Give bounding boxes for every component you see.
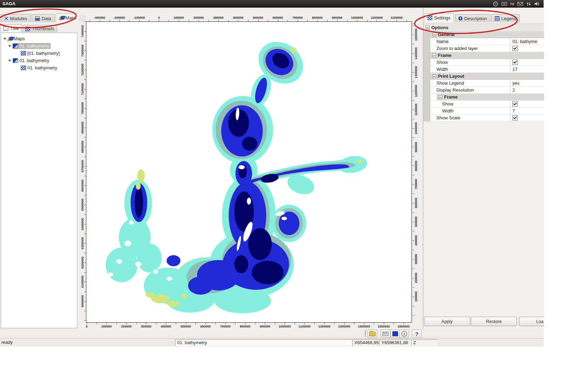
collapse-icon[interactable] <box>432 33 436 36</box>
property-group-general[interactable]: General <box>423 31 544 38</box>
collapse-icon[interactable] <box>432 53 436 57</box>
property-value[interactable]: yes <box>510 80 544 87</box>
checkbox[interactable] <box>512 115 518 120</box>
property-row-name[interactable]: Name 01. bathyme <box>423 38 544 45</box>
indicator-icon[interactable] <box>493 1 498 7</box>
ruler-label: 200000 <box>121 325 131 328</box>
keyboard-layout-label[interactable]: ru <box>510 1 514 6</box>
ruler-label: -100000 <box>133 16 145 19</box>
ruler-top: -300000-200000-1000000100000200000300000… <box>86 15 412 22</box>
mail-icon[interactable] <box>517 2 523 6</box>
property-value[interactable]: 01. bathyme <box>510 38 544 45</box>
property-group-print-layout[interactable]: Print Layout <box>423 73 544 80</box>
tab-maps[interactable]: Maps <box>56 13 80 22</box>
ruler-label: 6400000 <box>81 218 84 230</box>
collapse-icon[interactable] <box>439 95 442 99</box>
tab-legend[interactable]: Legend <box>491 14 520 22</box>
property-label: Name <box>430 38 510 45</box>
tree-item-map-2[interactable]: 01. bathymetry <box>1 57 77 64</box>
property-row-frame-width[interactable]: Width 17 <box>423 66 544 73</box>
property-value[interactable] <box>510 59 544 66</box>
group-label: Print Layout <box>438 74 464 79</box>
property-row-display-resolution[interactable]: Display Resolution 2 <box>423 87 544 94</box>
map-canvas[interactable] <box>86 22 412 323</box>
property-group-frame[interactable]: Frame <box>423 52 544 59</box>
tree-item-layer-1[interactable]: [01. bathymetry] <box>1 50 77 57</box>
ruler-label: 1200000 <box>414 85 418 97</box>
status-x-field: X654468,950 <box>352 339 379 346</box>
property-row-show-legend[interactable]: Show Legend yes <box>423 80 544 87</box>
property-row-frame-show[interactable]: Show <box>423 59 544 66</box>
ruler-label: 1100000 <box>371 16 383 19</box>
ruler-label: 7400000 <box>81 25 84 37</box>
tree-item-map-1[interactable]: 01. bathymetry <box>1 42 77 50</box>
map-icon <box>13 58 18 63</box>
maps-tree: Maps 01. bathymetry [01. bathymetry] 01.… <box>1 33 77 328</box>
help-button[interactable]: ? <box>412 330 422 338</box>
expander-icon[interactable] <box>3 38 6 40</box>
property-value[interactable]: 17 <box>510 66 544 73</box>
checkbox[interactable] <box>512 60 518 65</box>
tab-modules[interactable]: Modules <box>1 14 31 22</box>
ruler-label: 1400000 <box>358 325 370 328</box>
restore-button[interactable]: Restore <box>471 317 517 326</box>
load-button[interactable]: Loa <box>519 317 544 326</box>
tab-data[interactable]: Data <box>32 14 54 22</box>
apply-button[interactable]: Apply <box>424 317 470 326</box>
tab-label: Thumbnails <box>32 26 54 31</box>
property-row-print-frame-show[interactable]: Show <box>423 101 544 108</box>
property-value[interactable] <box>510 114 544 121</box>
ruler-left: 7400000730000072000007100000700000069000… <box>79 22 86 323</box>
options-header[interactable]: Options <box>423 24 544 31</box>
ruler-label: 600000 <box>414 198 418 208</box>
ruler-label: 1100000 <box>414 103 418 116</box>
tab-description[interactable]: Description <box>455 14 490 22</box>
open-button[interactable] <box>368 330 377 338</box>
property-value[interactable] <box>510 45 544 52</box>
ruler-label: 6000000 <box>81 295 84 307</box>
monitor-button[interactable] <box>390 330 400 338</box>
legend-icon <box>495 16 500 21</box>
property-value[interactable]: 7 <box>510 108 544 114</box>
checkbox[interactable] <box>512 101 518 107</box>
tab-thumbnails[interactable]: Thumbnails <box>23 25 57 32</box>
ruler-label: 1300000 <box>338 325 350 328</box>
property-row-print-frame-width[interactable]: Width 7 <box>423 108 544 114</box>
ruler-label: 300000 <box>414 254 418 264</box>
tab-tree[interactable]: Tree <box>1 24 21 32</box>
ruler-label: 1200000 <box>390 16 403 19</box>
tab-settings[interactable]: Settings <box>424 13 454 22</box>
property-label: Display Resolution <box>430 87 510 94</box>
expander-icon[interactable] <box>8 60 11 62</box>
keyboard-button[interactable] <box>381 330 390 338</box>
tree-icon <box>3 26 8 31</box>
ruler-label: 6500000 <box>81 199 84 211</box>
property-value[interactable]: 2 <box>510 87 544 94</box>
checkbox[interactable] <box>512 46 518 51</box>
sync-arrows-icon[interactable] <box>526 1 531 7</box>
tab-label: Legend <box>501 16 516 21</box>
tab-label: Maps <box>66 15 77 20</box>
property-row-zoom-to-added-layer[interactable]: Zoom to added layer <box>423 45 544 52</box>
property-value[interactable] <box>510 101 544 108</box>
thumbnails-icon <box>25 27 30 31</box>
map-toolbar: i ? <box>0 329 544 338</box>
status-layer-field: 01. bathymetry <box>175 339 352 346</box>
tree-item-layer-2[interactable]: 01. bathymetry <box>1 64 77 71</box>
toolbar-grip[interactable] <box>365 330 366 337</box>
expander-icon[interactable] <box>8 45 11 47</box>
keyboard-icon <box>382 332 389 336</box>
status-z-field: Z <box>411 339 438 346</box>
ruler-label: 6100000 <box>81 276 84 288</box>
monitor-icon <box>392 331 398 336</box>
property-subgroup-frame[interactable]: Frame <box>423 94 544 101</box>
ruler-label: 1600000 <box>398 325 410 328</box>
ruler-bottom: 0100000200000300000400000500000600000700… <box>86 323 412 329</box>
collapse-icon[interactable] <box>426 26 430 29</box>
keyboard-icon[interactable] <box>501 1 507 6</box>
volume-icon[interactable] <box>534 1 540 6</box>
property-row-show-scale[interactable]: Show Scale <box>423 114 544 121</box>
tree-item-maps[interactable]: Maps <box>1 35 77 42</box>
collapse-icon[interactable] <box>432 74 436 78</box>
info-button[interactable]: i <box>399 330 409 338</box>
